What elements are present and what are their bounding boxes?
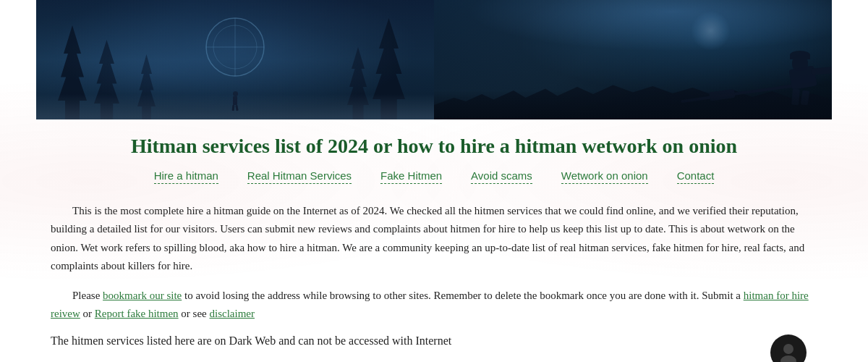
nav-contact[interactable]: Contact (677, 169, 715, 184)
content-paragraph-1: This is the most complete hire a hitman … (51, 202, 817, 276)
nav-hire-hitman[interactable]: Hire a hitman (154, 169, 218, 184)
svg-point-5 (783, 344, 793, 354)
paragraph2-prefix: Please (72, 290, 103, 301)
disclaimer-link[interactable]: disclaimer (210, 308, 255, 319)
bookmark-site-link[interactable]: bookmark our site (103, 290, 182, 301)
nav-real-services[interactable]: Real Hitman Services (247, 169, 352, 184)
navigation: Hire a hitman Real Hitman Services Fake … (51, 169, 817, 188)
hero-banner (36, 0, 832, 119)
page-title: Hitman services list of 2024 or how to h… (51, 134, 817, 159)
nav-wetwork-onion[interactable]: Wetwork on onion (561, 169, 648, 184)
nav-fake-hitmen[interactable]: Fake Hitmen (380, 169, 442, 184)
avatar-icon (770, 334, 807, 362)
report-fake-link[interactable]: Report fake hitmen (95, 308, 179, 319)
moon-glow (691, 11, 731, 51)
content-paragraph-2: Please bookmark our site to avoid losing… (51, 287, 817, 324)
page-container: Hitman services list of 2024 or how to h… (36, 134, 832, 348)
paragraph2-middle: to avoid losing the address while browsi… (182, 290, 744, 301)
paragraph3-text: The hitmen services listed here are on D… (51, 334, 451, 347)
hero-image-right (434, 0, 832, 119)
paragraph2-or: or (80, 308, 95, 319)
nav-avoid-scams[interactable]: Avoid scams (471, 169, 532, 184)
hero-image-left (36, 0, 434, 119)
paragraph2-or2: or see (179, 308, 210, 319)
